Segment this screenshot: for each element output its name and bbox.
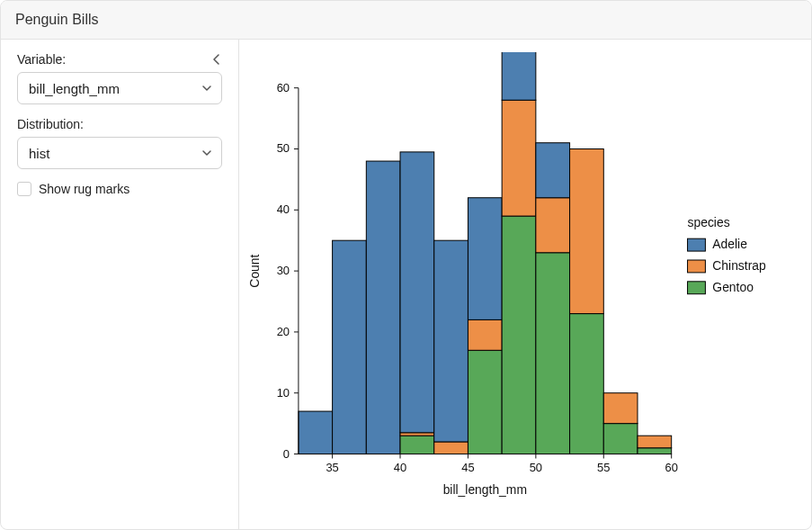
chevron-down-icon bbox=[201, 81, 212, 96]
show-rug-label: Show rug marks bbox=[39, 182, 129, 196]
bar-chinstrap bbox=[570, 148, 604, 313]
bar-gentoo bbox=[502, 216, 536, 454]
bar-gentoo bbox=[468, 350, 502, 454]
variable-select-value: bill_length_mm bbox=[29, 81, 120, 96]
show-rug-row: Show rug marks bbox=[17, 182, 222, 196]
svg-text:Adelie: Adelie bbox=[712, 237, 747, 251]
bar-adelie bbox=[502, 52, 536, 100]
bar-gentoo bbox=[400, 436, 434, 454]
collapse-sidebar-button[interactable] bbox=[208, 50, 226, 68]
legend-item-chinstrap: Chinstrap bbox=[688, 258, 766, 273]
variable-group: Variable: bill_length_mm bbox=[17, 52, 222, 104]
y-tick-label: 50 bbox=[277, 141, 290, 155]
legend-item-adelie: Adelie bbox=[688, 237, 748, 251]
bar-adelie bbox=[299, 411, 333, 454]
x-axis-label: bill_length_mm bbox=[443, 482, 527, 497]
svg-text:Chinstrap: Chinstrap bbox=[712, 258, 766, 273]
chart-panel: 354045505560 0102030405060 bill_length_m… bbox=[239, 40, 811, 529]
y-tick-label: 40 bbox=[277, 202, 290, 216]
bar-chinstrap bbox=[434, 442, 468, 454]
bar-chinstrap bbox=[603, 393, 638, 424]
distribution-label: Distribution: bbox=[17, 117, 222, 131]
y-axis: 0102030405060 bbox=[277, 81, 299, 461]
plot-area bbox=[299, 52, 672, 454]
bar-chinstrap bbox=[468, 319, 502, 350]
bar-gentoo bbox=[570, 314, 604, 454]
x-tick-label: 40 bbox=[394, 461, 406, 474]
show-rug-checkbox[interactable] bbox=[17, 182, 31, 196]
svg-rect-15 bbox=[688, 238, 706, 251]
bar-adelie bbox=[366, 161, 400, 454]
bar-adelie bbox=[333, 240, 367, 454]
y-tick-label: 30 bbox=[277, 264, 290, 277]
x-tick-label: 45 bbox=[461, 461, 474, 474]
legend-item-gentoo: Gentoo bbox=[688, 280, 754, 294]
bar-gentoo bbox=[536, 253, 570, 454]
y-tick-label: 10 bbox=[277, 386, 290, 400]
distribution-select[interactable]: hist bbox=[17, 137, 222, 169]
sidebar: Variable: bill_length_mm Distribution: h… bbox=[1, 40, 239, 529]
bar-adelie bbox=[400, 152, 434, 433]
svg-rect-17 bbox=[688, 260, 706, 273]
bar-gentoo bbox=[603, 424, 638, 454]
bar-chinstrap bbox=[502, 100, 536, 216]
card-title: Penguin Bills bbox=[15, 12, 99, 27]
x-tick-label: 50 bbox=[530, 461, 542, 474]
bar-adelie bbox=[536, 143, 570, 198]
bar-adelie bbox=[468, 198, 502, 320]
svg-rect-19 bbox=[688, 282, 706, 294]
bar-chinstrap bbox=[638, 436, 672, 448]
card-body: Variable: bill_length_mm Distribution: h… bbox=[1, 40, 811, 529]
chart-svg: 354045505560 0102030405060 bill_length_m… bbox=[241, 52, 799, 517]
legend-title: species bbox=[688, 215, 730, 229]
x-tick-label: 35 bbox=[326, 461, 338, 474]
distribution-group: Distribution: hist bbox=[17, 117, 222, 169]
y-tick-label: 60 bbox=[277, 81, 290, 94]
chevron-down-icon bbox=[201, 146, 212, 161]
x-tick-label: 55 bbox=[597, 461, 610, 474]
y-tick-label: 0 bbox=[283, 447, 290, 461]
bar-adelie bbox=[434, 240, 468, 442]
card-header: Penguin Bills bbox=[1, 1, 811, 40]
chevron-left-icon bbox=[211, 54, 222, 65]
bar-chinstrap bbox=[536, 198, 570, 253]
app-card: Penguin Bills Variable: bill_length_mm D… bbox=[0, 0, 812, 530]
legend: speciesAdelieChinstrapGentoo bbox=[688, 215, 766, 293]
variable-select[interactable]: bill_length_mm bbox=[17, 72, 222, 104]
bar-chinstrap bbox=[400, 433, 434, 436]
variable-label: Variable: bbox=[17, 52, 222, 67]
x-tick-label: 60 bbox=[665, 461, 678, 474]
y-axis-label: Count bbox=[247, 254, 262, 287]
bar-gentoo bbox=[638, 448, 672, 454]
distribution-select-value: hist bbox=[29, 146, 49, 161]
y-tick-label: 20 bbox=[277, 325, 290, 338]
svg-text:Gentoo: Gentoo bbox=[712, 280, 754, 294]
x-axis: 354045505560 bbox=[299, 454, 678, 475]
